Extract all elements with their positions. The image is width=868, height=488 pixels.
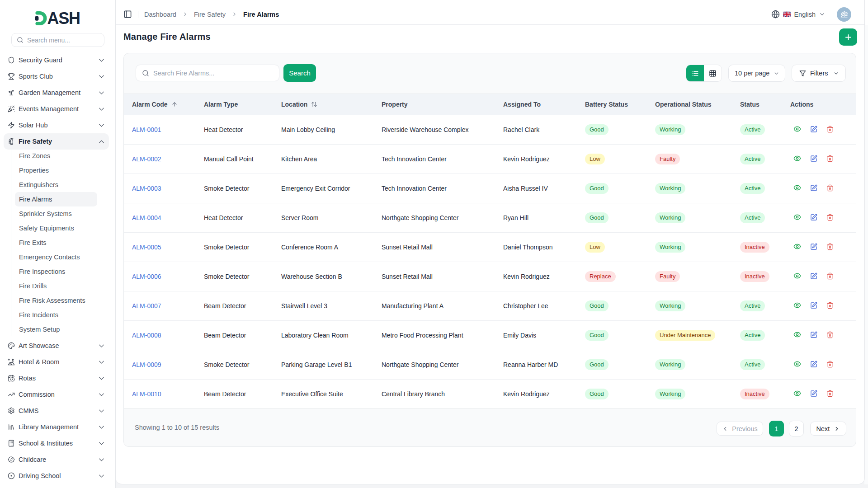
svg-text:ASH: ASH (47, 11, 80, 25)
